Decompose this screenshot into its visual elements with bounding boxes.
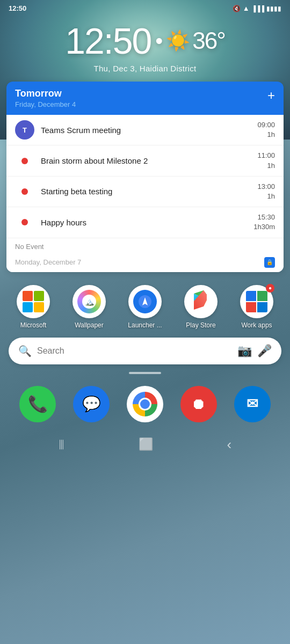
outlook-glyph: ✉: [247, 396, 258, 412]
status-icons: 🔇 ▲ ▐▐▐ ▮▮▮▮: [233, 4, 281, 12]
app-dock: Microsoft 🏔️ Wallpaper Launcher ...: [0, 276, 290, 333]
home-pill: [0, 364, 290, 377]
event-time: 15:301h30m: [253, 213, 275, 232]
dock-phone[interactable]: 📞: [13, 386, 62, 422]
wa-cell-2: [257, 291, 267, 301]
workapps-icon-wrap: ●: [240, 285, 273, 318]
messages-glyph: 💬: [82, 395, 101, 413]
event-time: 11:001h: [257, 151, 275, 170]
home-indicator: [129, 372, 161, 374]
ms-cell-1: [23, 291, 33, 301]
screen-glyph: ⏺: [191, 395, 206, 413]
chrome-inner: [139, 398, 151, 411]
dock-chrome[interactable]: [121, 386, 169, 422]
clock-date: Thu, Dec 3, Haidian District: [0, 64, 290, 73]
workapps-badge: ●: [266, 284, 274, 292]
event-dot: [21, 158, 28, 164]
clock-main: 12:50 • ☀️ 36°: [0, 20, 290, 62]
battery-icon: ▮▮▮▮: [266, 5, 281, 12]
event-time: 09:001h: [257, 120, 275, 140]
teams-icon: T: [15, 120, 34, 140]
wallpaper-icon-wrap: 🏔️: [73, 285, 106, 318]
calendar-title: Tomorrow: [15, 88, 76, 99]
launcher-label: Launcher ...: [128, 321, 162, 329]
temperature: 36°: [192, 27, 225, 54]
screen-recorder-icon: ⏺: [180, 386, 217, 422]
calendar-widget: Tomorrow Friday, December 4 + T Teams Sc…: [6, 82, 284, 272]
app-wallpaper[interactable]: 🏔️ Wallpaper: [65, 285, 113, 329]
calendar-lock-icon: 🔒: [264, 257, 275, 268]
phone-icon: 📞: [19, 386, 56, 422]
wallpaper-icon: 🏔️: [77, 290, 101, 313]
clock-separator: •: [155, 29, 162, 53]
messages-icon: 💬: [73, 386, 110, 422]
wa-cell-1: [246, 291, 256, 301]
wa-cell-4: [257, 302, 267, 312]
wallpaper-label: Wallpaper: [75, 321, 104, 329]
no-event-label: No Event: [6, 238, 284, 254]
app-microsoft[interactable]: Microsoft: [9, 285, 57, 329]
next-day-label: Monday, December 7: [15, 258, 81, 266]
recent-apps-button[interactable]: ⦀: [59, 436, 64, 453]
launcher-svg-icon: [138, 295, 152, 309]
calendar-events: T Teams Scrum meeting 09:001h Brain stor…: [6, 115, 284, 272]
playstore-icon-wrap: [184, 285, 218, 318]
clock-time: 12:50: [65, 20, 151, 62]
search-input[interactable]: [37, 346, 232, 356]
event-dot: [21, 219, 28, 225]
outlook-icon: ✉: [234, 386, 271, 422]
workapps-label: Work apps: [241, 321, 272, 329]
app-launcher[interactable]: Launcher ...: [121, 285, 169, 329]
weather-icon: ☀️: [166, 30, 189, 52]
app-workapps[interactable]: ● Work apps: [233, 285, 281, 329]
ms-cell-2: [34, 291, 44, 301]
clock-weather: ☀️ 36°: [166, 27, 225, 54]
launcher-icon-wrap: [128, 285, 162, 318]
playstore-label: Play Store: [186, 321, 215, 329]
bottom-dock: 📞 💬 ⏺ ✉: [0, 377, 290, 428]
event-item[interactable]: T Teams Scrum meeting 09:001h: [6, 115, 284, 145]
clock-area: 12:50 • ☀️ 36° Thu, Dec 3, Haidian Distr…: [0, 14, 290, 77]
status-bar: 12:50 🔇 ▲ ▐▐▐ ▮▮▮▮: [0, 0, 290, 14]
event-name: Brain storm about Milestone 2: [41, 156, 251, 165]
status-time: 12:50: [9, 4, 26, 12]
chrome-icon: [127, 386, 163, 422]
search-icon: 🔍: [18, 345, 32, 357]
event-item[interactable]: Brain storm about Milestone 2 11:001h: [6, 145, 284, 176]
mute-icon: 🔇: [233, 5, 241, 12]
wallpaper-inner: 🏔️: [82, 295, 96, 309]
event-name: Starting beta testing: [41, 187, 251, 196]
event-dot: [21, 188, 28, 195]
ms-cell-3: [23, 302, 33, 312]
dock-outlook[interactable]: ✉: [228, 386, 277, 422]
signal-icon: ▐▐▐: [252, 5, 264, 12]
microsoft-icon-wrap: [17, 285, 50, 318]
camera-search-icon[interactable]: 📷: [237, 344, 252, 358]
calendar-header: Tomorrow Friday, December 4 +: [6, 82, 284, 115]
chrome-ring: [133, 392, 157, 416]
app-playstore[interactable]: Play Store: [177, 285, 225, 329]
phone-glyph: 📞: [28, 394, 48, 413]
microsoft-label: Microsoft: [20, 321, 47, 329]
microphone-icon[interactable]: 🎤: [257, 344, 272, 358]
calendar-subtitle: Friday, December 4: [15, 100, 76, 108]
microsoft-grid-icon: [23, 291, 44, 312]
wa-cell-3: [246, 302, 256, 312]
dock-screen-recorder[interactable]: ⏺: [175, 386, 223, 422]
home-button[interactable]: ⬜: [139, 437, 153, 451]
playstore-icon: [190, 290, 212, 313]
ms-cell-4: [34, 302, 44, 312]
search-bar[interactable]: 🔍 📷 🎤: [9, 338, 281, 364]
dock-messages[interactable]: 💬: [67, 386, 115, 422]
event-name: Happy hours: [41, 218, 247, 227]
event-time: 13:001h: [257, 182, 275, 201]
wifi-icon: ▲: [243, 4, 250, 12]
event-item[interactable]: Happy hours 15:301h30m: [6, 207, 284, 238]
launcher-icon: [133, 290, 157, 313]
calendar-add-button[interactable]: +: [267, 88, 275, 103]
event-name: Teams Scrum meeting: [41, 126, 251, 135]
workapps-grid-icon: [246, 291, 267, 312]
next-day-row: Monday, December 7 🔒: [6, 254, 284, 272]
event-item[interactable]: Starting beta testing 13:001h: [6, 177, 284, 207]
back-button[interactable]: ‹: [227, 436, 231, 453]
